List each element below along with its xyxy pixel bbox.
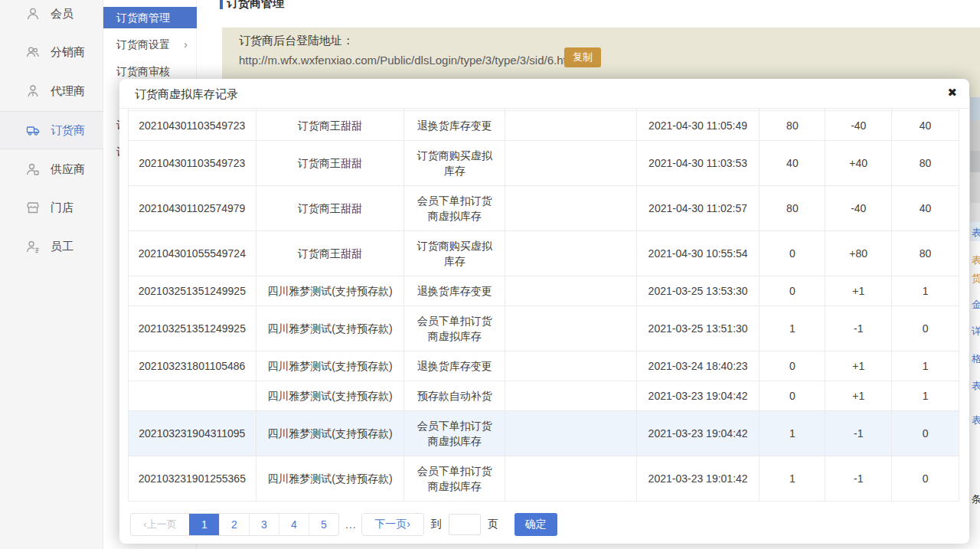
agent-icon (25, 83, 41, 99)
table-row[interactable]: 202104301102574979订货商王甜甜会员下单扣订货商虚拟库存2021… (129, 186, 959, 231)
sidebar-item-会员[interactable]: 会员 (0, 0, 103, 33)
cell-product (505, 231, 637, 276)
page-number-3[interactable]: 3 (249, 514, 279, 535)
cell-stock-change: +80 (825, 231, 892, 276)
cell-time: 2021-03-23 19:04:42 (637, 411, 760, 456)
cell-stock-before: 0 (760, 381, 825, 410)
sidebar-item-label: 会员 (51, 7, 74, 21)
cell-product (505, 111, 637, 140)
cell-time: 2021-04-30 10:55:54 (637, 231, 760, 276)
cell-dealer-name: 四川雅梦测试(支持预存款) (256, 411, 405, 456)
cell-stock-before: 0 (760, 276, 825, 306)
cell-stock-change: +1 (825, 351, 892, 381)
header-cell (637, 108, 760, 110)
cell-stock-before: 40 (760, 141, 825, 185)
background-band (970, 151, 980, 172)
page-number-group: ‹上一页 12345 (130, 513, 339, 536)
header-cell (129, 108, 256, 110)
table-row[interactable]: 四川雅梦测试(支持预存款)预存款自动补货2021-03-23 19:04:420… (129, 381, 959, 411)
close-icon[interactable]: ✖ (947, 86, 957, 100)
cell-stock-change: +40 (825, 141, 892, 185)
cell-record-id: 202103251351249925 (129, 276, 256, 306)
header-cell (892, 108, 959, 110)
cell-product (505, 381, 637, 410)
cell-record-id: 202103231904311095 (129, 411, 256, 456)
goto-page-input[interactable] (449, 514, 481, 535)
cell-product (505, 351, 637, 381)
copy-button[interactable]: 复制 (564, 47, 601, 67)
cell-record-id: 202104301102574979 (129, 186, 256, 230)
goto-label: 到 (431, 518, 442, 531)
cell-dealer-name: 四川雅梦测试(支持预存款) (256, 276, 405, 306)
sidebar-item-员工[interactable]: 员工 (0, 227, 103, 266)
confirm-button[interactable]: 确定 (514, 513, 557, 536)
table-row[interactable]: 202103251351249925四川雅梦测试(支持预存款)退换货库存变更20… (129, 276, 959, 306)
submenu-item-订货商设置[interactable]: 订货商设置› (103, 34, 197, 55)
page-number-5[interactable]: 5 (309, 514, 338, 535)
sidebar-item-订货商[interactable]: 订货商 (0, 111, 103, 149)
page-title: 订货商管理 (227, 0, 284, 11)
cell-record-id (129, 381, 256, 410)
table-row[interactable]: 202103251351249925四川雅梦测试(支持预存款)会员下单扣订货商虚… (129, 306, 959, 351)
cell-stock-change: +1 (825, 381, 892, 410)
prev-page-button[interactable]: ‹上一页 (131, 514, 189, 535)
cell-stock-before: 80 (760, 111, 825, 140)
background-band (970, 97, 980, 120)
cell-stock-after: 0 (892, 456, 959, 501)
cell-dealer-name: 四川雅梦测试(支持预存款) (256, 456, 405, 501)
table-row[interactable]: 202103231904311095四川雅梦测试(支持预存款)会员下单扣订货商虚… (129, 411, 959, 456)
cell-dealer-name: 四川雅梦测试(支持预存款) (256, 381, 405, 410)
cell-stock-change: +1 (825, 276, 892, 306)
cell-time: 2021-03-25 13:53:30 (637, 276, 760, 306)
cell-stock-before: 0 (760, 351, 825, 381)
cell-stock-before: 80 (760, 186, 825, 230)
cell-time: 2021-03-23 19:01:42 (637, 456, 760, 501)
background-link-fragment: 表 (972, 226, 980, 240)
submenu-item-label: 订货商管理 (116, 11, 170, 24)
pagination: ‹上一页 12345 ... 下一页› 到 页 确定 (130, 513, 557, 536)
header-cell (404, 108, 505, 110)
login-address-url: http://m.wfx.wxfenxiao.com/Public/dlsLog… (239, 54, 579, 67)
header-cell (825, 108, 892, 110)
cell-record-id: 202104301055549724 (129, 231, 256, 276)
background-band (970, 203, 980, 222)
table-row[interactable]: 202103231801105486四川雅梦测试(支持预存款)退换货库存变更20… (129, 351, 959, 381)
cell-time: 2021-04-30 11:02:57 (637, 186, 760, 230)
virtual-stock-record-modal: 订货商虚拟库存记录 ✖ 202104301103549723订货商王甜甜退换货库… (119, 79, 969, 544)
background-link-fragment: 金 (972, 298, 980, 312)
cell-stock-after: 80 (892, 231, 959, 276)
background-link-fragment: 表 (972, 379, 980, 393)
cell-change-type: 订货商购买虚拟库存 (404, 231, 505, 276)
cell-stock-after: 40 (892, 186, 959, 230)
page-number-1[interactable]: 1 (189, 514, 219, 535)
cell-stock-after: 40 (892, 111, 959, 140)
background-link-fragment: 表 (972, 253, 980, 267)
page-number-2[interactable]: 2 (219, 514, 249, 535)
sidebar-item-供应商[interactable]: 供应商 (0, 150, 103, 188)
table-row[interactable]: 202103231901255365四川雅梦测试(支持预存款)会员下单扣订货商虚… (129, 456, 959, 502)
cell-change-type: 会员下单扣订货商虚拟库存 (404, 306, 505, 351)
sidebar-item-代理商[interactable]: 代理商 (0, 72, 103, 110)
table-row[interactable]: 202104301055549724订货商王甜甜订货商购买虚拟库存2021-04… (129, 231, 959, 276)
sidebar-item-label: 供应商 (51, 162, 85, 177)
background-band (970, 120, 980, 151)
table-row[interactable]: 202104301103549723订货商王甜甜退换货库存变更2021-04-3… (129, 111, 959, 141)
sidebar: 会员分销商代理商订货商供应商门店员工 (0, 0, 103, 549)
cell-stock-after: 0 (892, 306, 959, 351)
sidebar-item-门店[interactable]: 门店 (0, 188, 103, 227)
cell-change-type: 退换货库存变更 (404, 276, 505, 306)
submenu-item-订货商管理[interactable]: 订货商管理 (103, 7, 197, 28)
cell-change-type: 预存款自动补货 (404, 381, 505, 410)
cell-time: 2021-04-30 11:05:49 (637, 111, 760, 140)
cell-dealer-name: 订货商王甜甜 (256, 111, 405, 140)
page-number-4[interactable]: 4 (279, 514, 309, 535)
sidebar-item-分销商[interactable]: 分销商 (0, 33, 103, 71)
cell-record-id: 202104301103549723 (129, 141, 256, 185)
background-link-fragment: 表 (972, 413, 980, 427)
next-page-button[interactable]: 下一页› (361, 513, 424, 536)
cell-record-id: 202104301103549723 (129, 111, 256, 140)
cell-product (505, 186, 637, 230)
table-row[interactable]: 202104301103549723订货商王甜甜订货商购买虚拟库存2021-04… (129, 141, 959, 186)
member-icon (25, 6, 41, 21)
page-unit-label: 页 (488, 518, 498, 531)
